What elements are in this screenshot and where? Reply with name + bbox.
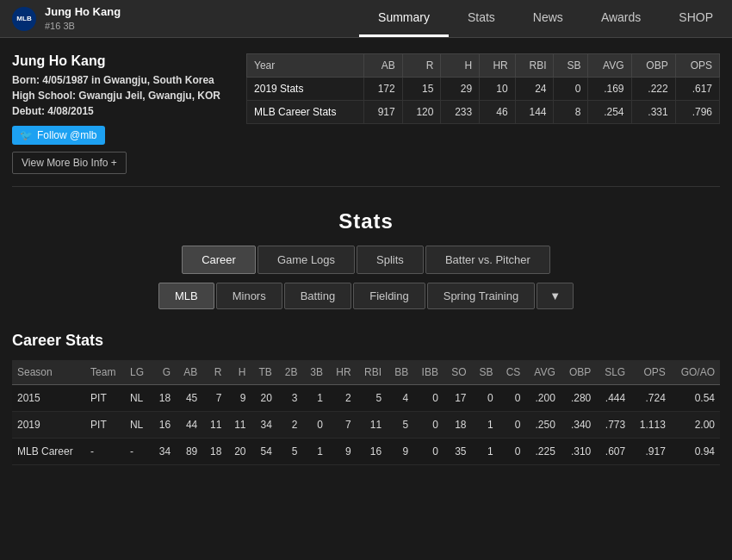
nav-tab-stats[interactable]: Stats (449, 0, 514, 37)
career-table-row: MLB Career--348918205451916903510.225.31… (12, 439, 720, 465)
stats-title: Stats (0, 196, 732, 246)
career-stats-title: Career Stats (12, 332, 720, 350)
tab-gamelogs[interactable]: Game Logs (257, 246, 355, 274)
bio-left: Jung Ho Kang Born: 4/05/1987 in Gwangju,… (12, 53, 220, 174)
nav-tab-shop[interactable]: SHOP (660, 0, 732, 37)
bio-stats-row: 2019 Stats172152910240.169.222.617 (247, 78, 720, 101)
mlb-logo: MLB (12, 7, 36, 31)
bio-stats-table: YearABRHHRRBISBAVGOBPOPS 2019 Stats17215… (246, 53, 720, 174)
tab-dropdown[interactable]: ▼ (537, 283, 574, 309)
career-table-row: 2015PITNL184579203125401700.200.280.444.… (12, 385, 720, 412)
nav-tab-awards[interactable]: Awards (582, 0, 660, 37)
tab-career[interactable]: Career (182, 246, 256, 274)
career-table-row: 2019PITNL164411113420711501810.250.340.7… (12, 412, 720, 439)
tab-batting[interactable]: Batting (284, 283, 351, 309)
bio-player-name: Jung Ho Kang (12, 53, 220, 69)
twitter-button[interactable]: 🐦 Follow @mlb (12, 126, 105, 145)
top-nav: MLB Jung Ho Kang #16 3B Summary Stats Ne… (0, 0, 732, 38)
stats-section: Stats Career Game Logs Splits Batter vs.… (0, 187, 732, 309)
tab-splits[interactable]: Splits (357, 246, 424, 274)
tab-fielding[interactable]: Fielding (353, 283, 425, 309)
view-more-bio-button[interactable]: View More Bio Info + (12, 152, 127, 174)
bio-born: Born: 4/05/1987 in Gwangju, South Korea (12, 74, 220, 86)
secondary-tab-bar: MLB Minors Batting Fielding Spring Train… (0, 283, 732, 309)
player-nav-info: MLB Jung Ho Kang #16 3B (0, 5, 138, 32)
tab-batter-vs-pitcher[interactable]: Batter vs. Pitcher (425, 246, 550, 274)
career-table: SeasonTeamLGGABRHTB2B3BHRRBIBBIBBSOSBCSA… (12, 360, 720, 465)
player-nav-name: Jung Ho Kang (45, 5, 121, 20)
tab-spring-training[interactable]: Spring Training (427, 283, 535, 309)
nav-tab-news[interactable]: News (514, 0, 582, 37)
tab-minors[interactable]: Minors (216, 283, 282, 309)
player-nav-text: Jung Ho Kang #16 3B (45, 5, 121, 32)
twitter-icon: 🐦 (20, 129, 33, 141)
bio-highschool: High School: Gwangju Jeil, Gwangju, KOR (12, 90, 220, 102)
career-stats-section: Career Stats SeasonTeamLGGABRHTB2B3BHRRB… (0, 323, 732, 482)
tab-mlb[interactable]: MLB (158, 283, 214, 309)
nav-tabs: Summary Stats News Awards SHOP (359, 0, 732, 37)
bio-debut: Debut: 4/08/2015 (12, 105, 220, 117)
nav-tab-summary[interactable]: Summary (359, 0, 449, 37)
bio-section: Jung Ho Kang Born: 4/05/1987 in Gwangju,… (0, 38, 732, 186)
career-table-wrap: SeasonTeamLGGABRHTB2B3BHRRBIBBIBBSOSBCSA… (12, 360, 720, 465)
player-nav-sub: #16 3B (45, 20, 121, 32)
primary-tab-bar: Career Game Logs Splits Batter vs. Pitch… (0, 246, 732, 274)
bio-stats-row: MLB Career Stats917120233461448.254.331.… (247, 101, 720, 124)
